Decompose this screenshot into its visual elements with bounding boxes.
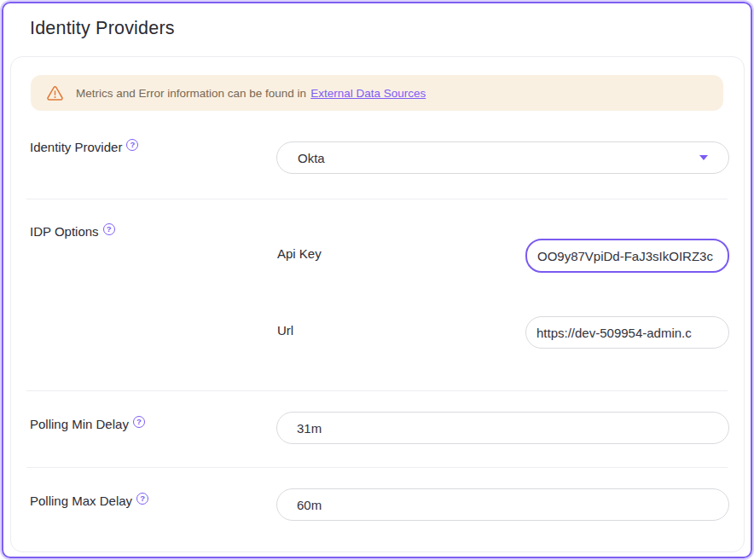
help-icon[interactable]: ? bbox=[133, 416, 145, 428]
help-icon[interactable]: ? bbox=[103, 223, 115, 235]
identity-provider-label-text: Identity Provider bbox=[30, 140, 122, 154]
page-title: Identity Providers bbox=[30, 18, 175, 39]
divider bbox=[26, 199, 728, 199]
settings-panel bbox=[10, 56, 745, 552]
api-key-input[interactable] bbox=[525, 239, 729, 273]
warning-banner: Metrics and Error information can be fou… bbox=[31, 75, 723, 111]
idp-options-label: IDP Options? bbox=[30, 223, 115, 239]
divider bbox=[26, 467, 728, 468]
identity-provider-selected-value: Okta bbox=[298, 151, 325, 165]
external-data-sources-link[interactable]: External Data Sources bbox=[310, 87, 426, 100]
polling-min-delay-label-text: Polling Min Delay bbox=[30, 417, 129, 431]
identity-provider-select[interactable]: Okta bbox=[276, 141, 729, 174]
idp-options-label-text: IDP Options bbox=[30, 224, 99, 239]
polling-min-delay-input[interactable] bbox=[276, 412, 729, 444]
api-key-label: Api Key bbox=[277, 246, 322, 261]
polling-max-delay-label-text: Polling Max Delay bbox=[30, 494, 132, 508]
banner-message-text: Metrics and Error information can be fou… bbox=[76, 87, 306, 100]
banner-message: Metrics and Error information can be fou… bbox=[76, 87, 426, 100]
warning-triangle-icon bbox=[47, 86, 63, 101]
help-icon[interactable]: ? bbox=[126, 139, 138, 151]
divider bbox=[26, 390, 728, 391]
polling-max-delay-label: Polling Max Delay? bbox=[30, 493, 148, 508]
chevron-down-icon bbox=[699, 155, 708, 160]
identity-provider-label: Identity Provider? bbox=[30, 139, 138, 154]
help-icon[interactable]: ? bbox=[136, 493, 148, 505]
polling-min-delay-label: Polling Min Delay? bbox=[30, 416, 145, 431]
polling-max-delay-input[interactable] bbox=[276, 488, 729, 521]
url-label: Url bbox=[277, 323, 293, 338]
url-input[interactable] bbox=[525, 316, 729, 349]
